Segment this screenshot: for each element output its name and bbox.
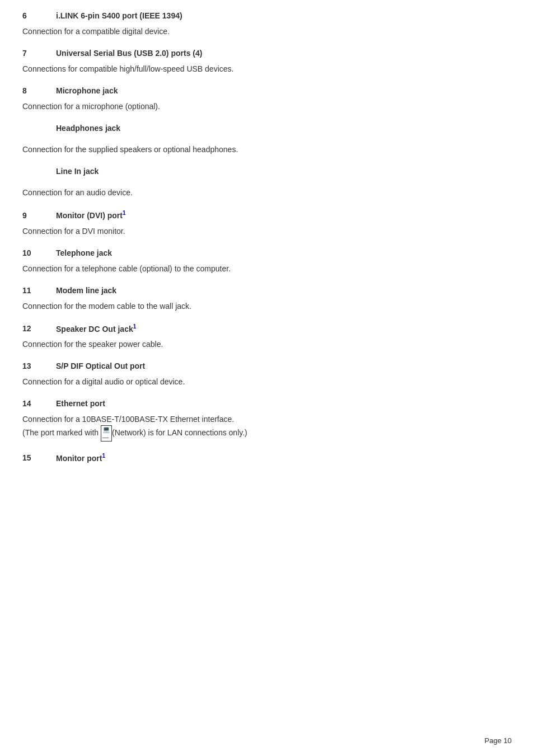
section-13-number: 13: [22, 361, 56, 370]
section-11: 11 Modem line jack Connection for the mo…: [22, 286, 481, 312]
section-11-header: 11 Modem line jack: [22, 286, 481, 295]
section-12: 12 Speaker DC Out jack1 Connection for t…: [22, 323, 481, 351]
section-14-line1: Connection for a 10BASE-T/100BASE-TX Eth…: [22, 414, 481, 425]
section-11-number: 11: [22, 286, 56, 295]
section-6-body: Connection for a compatible digital devi…: [22, 26, 481, 37]
section-9-number: 9: [22, 211, 56, 220]
section-linein-body: Connection for an audio device.: [22, 187, 481, 199]
section-12-body: Connection for the speaker power cable.: [22, 339, 481, 350]
section-6: 6 i.LINK 6-pin S400 port (IEEE 1394) Con…: [22, 11, 481, 37]
page-number: Page 10: [485, 736, 512, 745]
section-12-title: Speaker DC Out jack1: [56, 323, 136, 334]
network-icon: 💻—: [101, 425, 112, 441]
section-8-title: Microphone jack: [56, 86, 118, 95]
section-14-line2-prefix: (The port marked with: [22, 428, 101, 437]
section-10: 10 Telephone jack Connection for a telep…: [22, 248, 481, 275]
section-12-header: 12 Speaker DC Out jack1: [22, 323, 481, 334]
section-10-body: Connection for a telephone cable (option…: [22, 263, 481, 275]
section-11-title: Modem line jack: [56, 286, 116, 295]
section-9-title: Monitor (DVI) port1: [56, 210, 126, 220]
section-13: 13 S/P DIF Optical Out port Connection f…: [22, 361, 481, 388]
section-headphones-title: Headphones jack: [56, 124, 120, 133]
section-7-title: Universal Serial Bus (USB 2.0) ports (4): [56, 49, 202, 58]
section-9: 9 Monitor (DVI) port1 Connection for a D…: [22, 210, 481, 237]
section-headphones-header: Headphones jack: [22, 124, 481, 138]
section-13-body: Connection for a digital audio or optica…: [22, 376, 481, 388]
section-15: 15 Monitor port1: [22, 453, 481, 463]
section-8-body: Connection for a microphone (optional).: [22, 101, 481, 112]
section-13-header: 13 S/P DIF Optical Out port: [22, 361, 481, 370]
section-8-header: 8 Microphone jack: [22, 86, 481, 95]
section-9-footnote: 1: [123, 210, 126, 216]
section-6-title: i.LINK 6-pin S400 port (IEEE 1394): [56, 11, 182, 20]
section-15-footnote: 1: [102, 453, 105, 459]
section-10-number: 10: [22, 248, 56, 257]
section-6-number: 6: [22, 11, 56, 20]
page-container: 6 i.LINK 6-pin S400 port (IEEE 1394) Con…: [0, 0, 504, 496]
section-linein: Line In jack Connection for an audio dev…: [22, 167, 481, 199]
section-8: 8 Microphone jack Connection for a micro…: [22, 86, 481, 112]
section-10-title: Telephone jack: [56, 248, 112, 257]
section-14-line2-suffix: (Network) is for LAN connections only.): [112, 428, 247, 437]
section-7-number: 7: [22, 49, 56, 58]
section-6-header: 6 i.LINK 6-pin S400 port (IEEE 1394): [22, 11, 481, 20]
section-15-number: 15: [22, 453, 56, 462]
section-7-body: Connections for compatible high/full/low…: [22, 63, 481, 75]
section-8-number: 8: [22, 86, 56, 95]
section-11-body: Connection for the modem cable to the wa…: [22, 300, 481, 312]
section-10-header: 10 Telephone jack: [22, 248, 481, 257]
section-14-header: 14 Ethernet port: [22, 399, 481, 408]
section-9-body: Connection for a DVI monitor.: [22, 226, 481, 237]
section-13-title: S/P DIF Optical Out port: [56, 361, 145, 370]
section-headphones-body: Connection for the supplied speakers or …: [22, 144, 481, 156]
section-linein-header: Line In jack: [22, 167, 481, 181]
section-14: 14 Ethernet port Connection for a 10BASE…: [22, 399, 481, 441]
section-14-title: Ethernet port: [56, 399, 105, 408]
section-7: 7 Universal Serial Bus (USB 2.0) ports (…: [22, 49, 481, 75]
section-14-number: 14: [22, 399, 56, 408]
section-14-body: Connection for a 10BASE-T/100BASE-TX Eth…: [22, 414, 481, 441]
section-12-footnote: 1: [133, 323, 137, 330]
section-15-header: 15 Monitor port1: [22, 453, 481, 463]
section-9-header: 9 Monitor (DVI) port1: [22, 210, 481, 220]
section-14-line2: (The port marked with 💻—(Network) is for…: [22, 425, 481, 441]
section-headphones: Headphones jack Connection for the suppl…: [22, 124, 481, 156]
section-7-header: 7 Universal Serial Bus (USB 2.0) ports (…: [22, 49, 481, 58]
section-15-title: Monitor port1: [56, 453, 105, 463]
section-linein-title: Line In jack: [56, 167, 99, 176]
section-12-number: 12: [22, 324, 56, 333]
